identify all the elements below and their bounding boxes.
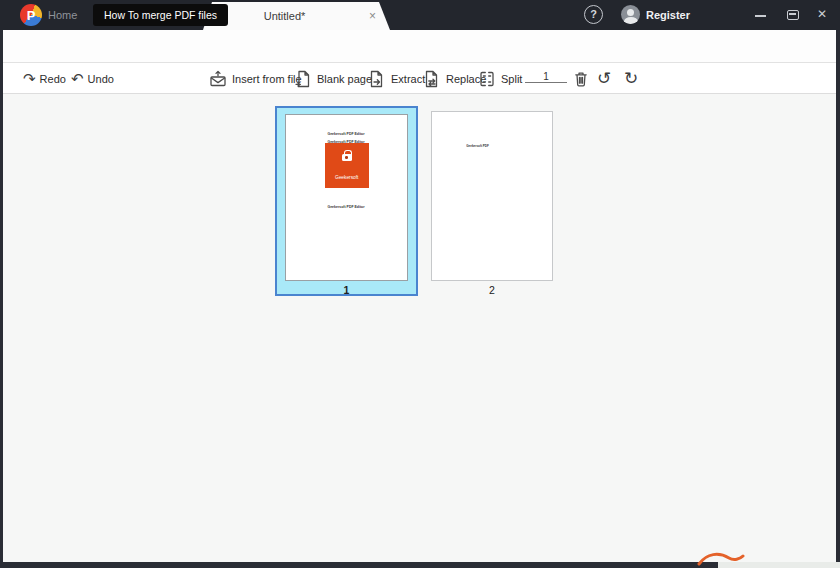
replace-page-icon <box>422 69 442 89</box>
main-toolbar: 1/2 Edit Comment Page Protect <box>3 30 836 63</box>
insert-from-file-label: Insert from file <box>232 73 302 85</box>
redo-button[interactable]: ↷ Redo <box>23 63 66 94</box>
rotate-cw-icon: ↻ <box>624 68 638 89</box>
tab-untitled[interactable]: Untitled* × <box>203 2 390 30</box>
close-tab-icon[interactable]: × <box>369 9 376 23</box>
document-canvas[interactable]: Geekersoft PDF Editor Geekersoft PDF Edi… <box>3 94 836 562</box>
insert-envelope-icon <box>208 69 228 89</box>
blank-page-label: Blank page <box>317 73 372 85</box>
extract-button[interactable]: Extract <box>367 63 425 94</box>
help-icon[interactable]: ? <box>584 5 603 24</box>
undo-icon: ↶ <box>71 71 84 86</box>
page-toolbar: ↷ Redo ↶ Undo Insert from file Blank pag… <box>3 63 836 94</box>
page-2-line-1: Geekersoft PDF <box>467 145 490 148</box>
geekersoft-logo: Geekersoft <box>325 143 369 188</box>
split-button[interactable]: Split <box>477 63 522 94</box>
window-close-icon[interactable]: ✕ <box>817 7 827 21</box>
split-count-input[interactable] <box>525 71 567 83</box>
page-1-thumbnail-selected[interactable]: Geekersoft PDF Editor Geekersoft PDF Edi… <box>275 106 418 296</box>
logo-text: Geekersoft <box>335 175 358 180</box>
minimize-icon[interactable] <box>755 15 766 17</box>
maximize-icon[interactable] <box>787 10 799 20</box>
orange-swoosh-decoration <box>697 551 745 567</box>
register-button[interactable]: Register <box>621 5 690 24</box>
titlebar: P Home How To merge PDF files Untitled* … <box>0 0 840 30</box>
extract-page-icon <box>367 69 387 89</box>
app-logo-letter: P <box>27 8 36 23</box>
delete-page-button[interactable] <box>571 63 591 94</box>
redo-icon: ↷ <box>23 71 36 86</box>
rotate-left-button[interactable]: ↺ <box>597 63 611 94</box>
page-2-number: 2 <box>431 284 553 296</box>
split-label: Split <box>501 73 522 85</box>
split-icon <box>477 69 497 89</box>
blank-page-button[interactable]: Blank page <box>293 63 372 94</box>
redo-label: Redo <box>40 73 66 85</box>
window-frame-bottom <box>0 562 718 568</box>
lock-icon <box>342 154 352 161</box>
page-1[interactable]: Geekersoft PDF Editor Geekersoft PDF Edi… <box>285 114 408 281</box>
window-frame-left <box>0 30 3 562</box>
home-menu[interactable]: Home <box>48 9 77 21</box>
insert-from-file-button[interactable]: Insert from file <box>208 63 302 94</box>
register-label: Register <box>646 9 690 21</box>
avatar-icon <box>621 5 640 24</box>
app-window: P Home How To merge PDF files Untitled* … <box>0 0 840 568</box>
undo-button[interactable]: ↶ Undo <box>71 63 114 94</box>
blank-page-icon <box>293 69 313 89</box>
rotate-ccw-icon: ↺ <box>597 68 611 89</box>
trash-icon <box>571 69 591 89</box>
rotate-right-button[interactable]: ↻ <box>624 63 638 94</box>
page-2-thumbnail[interactable]: Geekersoft PDF <box>431 111 553 281</box>
page-1-number: 1 <box>277 284 416 296</box>
undo-label: Undo <box>88 73 114 85</box>
app-logo-icon[interactable]: P <box>20 4 42 26</box>
tab-how-to-merge-pdf-files[interactable]: How To merge PDF files <box>93 4 228 26</box>
extract-label: Extract <box>391 73 425 85</box>
window-frame-right <box>836 30 840 562</box>
page-1-footer-line: Geekersoft PDF Editor <box>328 205 365 208</box>
